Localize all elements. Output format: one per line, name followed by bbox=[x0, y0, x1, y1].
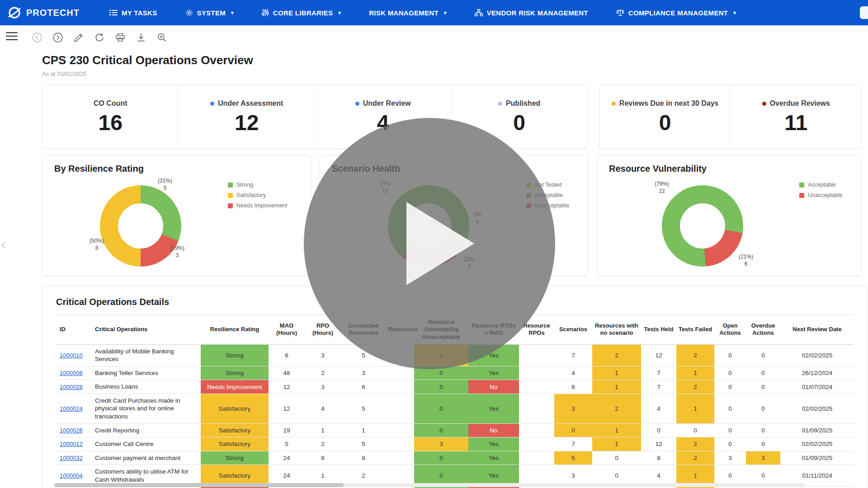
legend-item-unacceptable[interactable]: Unacceptable bbox=[799, 192, 842, 198]
kpi-stat-overdue-reviews[interactable]: Overdue Reviews11 bbox=[730, 85, 861, 148]
cell-critical-operations: Customer Call Centre bbox=[91, 437, 201, 451]
print-button[interactable] bbox=[115, 32, 126, 43]
column-header-critical-operations[interactable]: Critical Operations bbox=[91, 315, 201, 345]
cell-resource-vulnerability-unacceptable: 0 bbox=[414, 423, 468, 437]
id-link[interactable]: 1000010 bbox=[60, 352, 83, 359]
nav-item-my-tasks[interactable]: MY TASKS bbox=[109, 9, 157, 17]
kpi-stat-under-assessment[interactable]: Under Assessment12 bbox=[178, 85, 314, 148]
cell-connected-processes: 8 bbox=[341, 451, 386, 465]
kpi-card-reviews: Reviews Due in next 30 Days0Overdue Revi… bbox=[599, 84, 862, 149]
cell-mao-hours: 6 bbox=[269, 344, 305, 366]
cell-open-actions: 0 bbox=[714, 437, 746, 451]
kpi-label: CO Count bbox=[94, 99, 127, 108]
cell-next-review-date: 02/02/2025 bbox=[780, 437, 854, 451]
column-header-open-actions[interactable]: Open Actions bbox=[714, 315, 746, 345]
cell-next-review-date: 26/12/2024 bbox=[780, 366, 854, 380]
cell-rpo-hours: 8 bbox=[305, 451, 341, 465]
cell-rpo-hours: 1 bbox=[305, 423, 341, 437]
zoom-in-icon bbox=[156, 38, 167, 44]
kpi-value: 11 bbox=[784, 112, 807, 134]
edit-button[interactable] bbox=[73, 32, 84, 43]
cell-overdue-actions: 0 bbox=[746, 344, 780, 366]
video-play-button[interactable] bbox=[304, 118, 555, 369]
donut-label-pct: (19%) bbox=[164, 244, 191, 252]
nav-item-vendor-risk-management[interactable]: VENDOR RISK MANAGEMENT bbox=[475, 9, 588, 17]
cell-mao-hours: 5 bbox=[269, 437, 305, 451]
cell-resource-rpos bbox=[519, 451, 554, 465]
donut-chart-resource-vulnerability[interactable] bbox=[662, 185, 743, 267]
nav-item-system[interactable]: SYSTEM▾ bbox=[185, 9, 234, 17]
cell-overdue-actions: 0 bbox=[746, 394, 780, 423]
legend-item-acceptable[interactable]: Acceptable bbox=[799, 182, 842, 188]
cell-tests-failed: 1 bbox=[676, 394, 714, 423]
cell-id[interactable]: 1000010 bbox=[56, 344, 91, 366]
cell-resources-with-no-scenario: 1 bbox=[592, 366, 641, 380]
id-link[interactable]: 1000028 bbox=[60, 384, 83, 390]
id-link[interactable]: 1000026 bbox=[60, 427, 83, 434]
cell-tests-held: 7 bbox=[641, 366, 676, 380]
column-header-tests-held[interactable]: Tests Held bbox=[641, 315, 676, 345]
cell-resource-rtos-mao: No bbox=[468, 423, 519, 437]
kpi-label: Overdue Reviews bbox=[770, 99, 830, 108]
cell-rpo-hours: 2 bbox=[305, 366, 341, 380]
column-header-next-review-date[interactable]: Next Review Date bbox=[780, 315, 854, 345]
legend-item-needs-improvement[interactable]: Needs Improvement bbox=[228, 202, 288, 209]
nav-item-core-libraries[interactable]: CORE LIBRARIES▾ bbox=[262, 9, 341, 17]
cell-open-actions: 0 bbox=[714, 394, 746, 423]
table-row: 1000012Customer Call CentreSatisfactory5… bbox=[56, 437, 854, 451]
back-button[interactable] bbox=[32, 32, 42, 43]
kpi-value: 12 bbox=[235, 112, 259, 134]
protecht-logo-icon bbox=[7, 5, 22, 20]
nav-item-compliance-management[interactable]: COMPLIANCE MANAGEMENT▾ bbox=[616, 9, 736, 17]
nav-item-label: MY TASKS bbox=[122, 9, 157, 17]
column-header-id[interactable]: ID bbox=[56, 315, 91, 345]
kpi-stat-reviews-due-in-next-30-days[interactable]: Reviews Due in next 30 Days0 bbox=[600, 85, 731, 148]
scrollbar-thumb[interactable] bbox=[54, 483, 344, 487]
cell-id[interactable]: 1000012 bbox=[56, 437, 91, 451]
legend-item-satisfactory[interactable]: Satisfactory bbox=[228, 192, 288, 198]
prev-arrow-icon[interactable]: ‹ bbox=[1, 235, 6, 253]
cell-id[interactable]: 1000028 bbox=[56, 380, 91, 394]
column-header-scenarios[interactable]: Scenarios bbox=[554, 315, 592, 345]
column-header-tests-failed[interactable]: Tests Failed bbox=[676, 315, 714, 345]
column-header-resources-with-no-scenario[interactable]: Resources with no scenario bbox=[592, 315, 641, 345]
menu-icon[interactable] bbox=[6, 32, 18, 42]
donut-label-pct: (21%) bbox=[732, 253, 760, 260]
cell-open-actions: 0 bbox=[714, 344, 746, 366]
download-icon bbox=[136, 38, 146, 44]
horizontal-scrollbar[interactable] bbox=[54, 483, 805, 487]
cell-id[interactable]: 1000024 bbox=[56, 394, 91, 423]
cell-id[interactable]: 1000032 bbox=[56, 451, 91, 465]
cell-resource-vulnerability-unacceptable: 3 bbox=[414, 437, 468, 451]
cell-id[interactable]: 1000026 bbox=[56, 423, 91, 437]
id-link[interactable]: 1000008 bbox=[60, 370, 83, 376]
cell-resource-rtos-mao: No bbox=[468, 380, 519, 394]
id-link[interactable]: 1000004 bbox=[60, 472, 83, 479]
refresh-button[interactable] bbox=[94, 32, 105, 43]
nav-overflow-icon[interactable] bbox=[860, 6, 868, 19]
column-header-overdue-actions[interactable]: Overdue Actions bbox=[746, 315, 780, 345]
chart-title: By Resilience Rating bbox=[42, 155, 311, 174]
forward-button[interactable] bbox=[52, 32, 63, 43]
id-link[interactable]: 1000024 bbox=[60, 405, 83, 412]
zoom-in-button[interactable] bbox=[156, 32, 167, 43]
id-link[interactable]: 1000032 bbox=[60, 455, 83, 461]
nav-items: MY TASKSSYSTEM▾CORE LIBRARIES▾RISK MANAG… bbox=[109, 9, 868, 17]
tasks-icon bbox=[109, 9, 118, 16]
column-header-resilience-rating[interactable]: Resilience Rating bbox=[201, 315, 269, 345]
column-header-mao-hours[interactable]: MAO (Hours) bbox=[269, 315, 305, 345]
cell-scenarios: 6 bbox=[554, 380, 592, 394]
cell-id[interactable]: 1000008 bbox=[56, 366, 91, 380]
legend-item-strong[interactable]: Strong bbox=[228, 182, 288, 188]
id-link[interactable]: 1000012 bbox=[60, 441, 83, 447]
brand[interactable]: PROTECHT bbox=[7, 5, 80, 20]
chevron-down-icon: ▾ bbox=[231, 10, 234, 16]
legend-label: Needs Improvement bbox=[236, 202, 288, 209]
kpi-stat-co-count[interactable]: CO Count16 bbox=[42, 85, 178, 148]
donut-label: (19%)3 bbox=[164, 244, 191, 259]
legend-label: Satisfactory bbox=[236, 192, 266, 198]
download-button[interactable] bbox=[136, 32, 146, 43]
cell-scenarios: 0 bbox=[554, 423, 592, 437]
nav-item-risk-management[interactable]: RISK MANAGEMENT▾ bbox=[369, 9, 447, 17]
cell-overdue-actions: 0 bbox=[746, 423, 780, 437]
